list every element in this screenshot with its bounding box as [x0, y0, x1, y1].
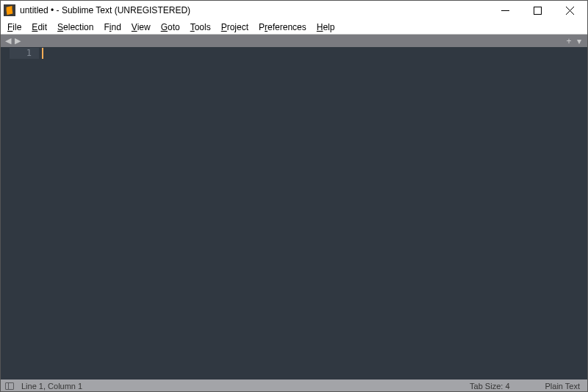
menu-find[interactable]: Find: [98, 21, 126, 33]
close-button[interactable]: [553, 1, 586, 19]
statusbar: Line 1, Column 1 Tab Size: 4 Plain Text: [1, 379, 587, 392]
menu-help[interactable]: Help: [312, 21, 340, 33]
svg-rect-1: [534, 7, 541, 14]
menu-tools[interactable]: Tools: [185, 21, 216, 33]
gutter: 1: [1, 47, 39, 379]
menu-view[interactable]: View: [126, 21, 156, 33]
titlebar: untitled • - Sublime Text (UNREGISTERED): [1, 1, 587, 20]
tab-nav-back-icon[interactable]: ◀: [4, 37, 12, 45]
minimize-button[interactable]: [489, 1, 521, 19]
menu-edit[interactable]: Edit: [26, 21, 52, 33]
menu-goto[interactable]: Goto: [156, 21, 185, 33]
panel-switcher-icon[interactable]: [5, 382, 14, 390]
code-area[interactable]: [39, 47, 587, 379]
status-tab-size[interactable]: Tab Size: 4: [470, 382, 509, 391]
tab-dropdown-icon[interactable]: ▾: [574, 36, 584, 46]
menu-selection[interactable]: Selection: [52, 21, 98, 33]
menu-preferences[interactable]: Preferences: [254, 21, 312, 33]
text-cursor: [42, 48, 43, 59]
tab-nav-forward-icon[interactable]: ▶: [13, 37, 22, 45]
tabbar: ◀ ▶ + ▾: [1, 35, 587, 47]
maximize-button[interactable]: [521, 1, 553, 19]
menu-project[interactable]: Project: [216, 21, 254, 33]
new-tab-button[interactable]: +: [564, 36, 574, 46]
editor-area[interactable]: 1: [1, 47, 587, 379]
menu-file[interactable]: File: [2, 21, 26, 33]
window-controls: [489, 1, 586, 19]
app-icon: [4, 4, 15, 16]
status-position[interactable]: Line 1, Column 1: [21, 382, 82, 391]
status-syntax[interactable]: Plain Text: [545, 382, 581, 391]
menubar: File Edit Selection Find View Goto Tools…: [1, 20, 587, 35]
line-number: 1: [10, 48, 39, 59]
window-title: untitled • - Sublime Text (UNREGISTERED): [20, 5, 489, 15]
